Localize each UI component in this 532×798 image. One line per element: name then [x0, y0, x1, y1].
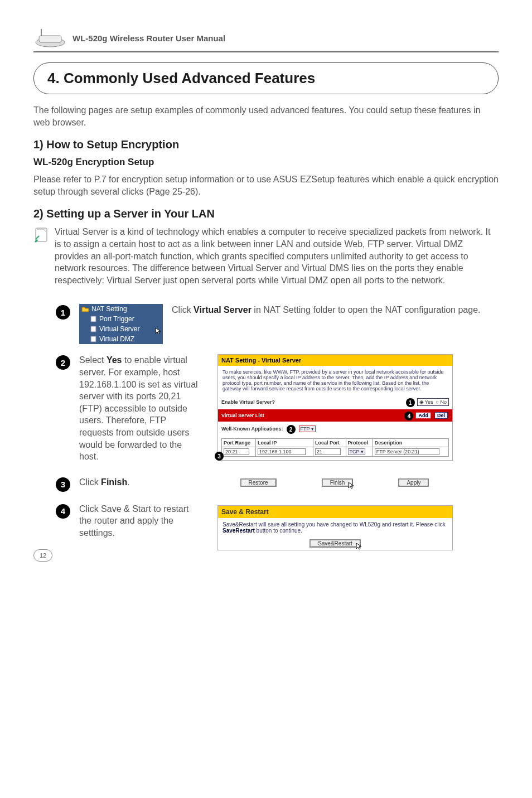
vs-table: Port Range Local IP Local Port Protocol …	[221, 438, 449, 457]
tree-folder-nat[interactable]: NAT Setting	[79, 304, 163, 314]
svg-rect-6	[91, 336, 96, 342]
wk-apps-value: FTP	[301, 426, 310, 432]
tree-item-virtual-dmz[interactable]: Virtual DMZ	[79, 334, 163, 344]
svg-rect-3	[36, 228, 47, 241]
tree-item-label: Port Trigger	[99, 315, 134, 323]
vs-list-title: Virtual Server List	[221, 413, 264, 418]
section-2-heading: 2) Setting up a Server in Your LAN	[33, 207, 499, 220]
note-icon	[33, 227, 49, 243]
section-2-para: Virtual Server is a kind of technology w…	[55, 226, 499, 286]
manual-title: WL-520g Wireless Router User Manual	[72, 33, 225, 43]
enable-vs-radio[interactable]: ◉ Yes ○ No	[417, 398, 449, 406]
protocol-select[interactable]: TCP ▾	[348, 448, 365, 455]
page-icon	[90, 326, 97, 332]
restore-button[interactable]: Restore	[240, 478, 277, 487]
step-2-bold: Yes	[107, 355, 122, 365]
svg-rect-4	[91, 316, 96, 322]
save-restart-button-label: Save&Restart	[318, 540, 352, 546]
finish-button[interactable]: Finish	[322, 478, 354, 487]
col-port-range: Port Range	[222, 439, 256, 447]
step-3-post: .	[127, 477, 129, 487]
protocol-value: TCP	[350, 449, 360, 454]
del-button[interactable]: Del	[434, 412, 448, 419]
callout-2: 2	[287, 425, 296, 434]
tree-item-label: Virtual Server	[99, 325, 139, 333]
virtual-server-panel: NAT Setting - Virtual Server To make ser…	[217, 354, 453, 461]
col-description: Description	[373, 439, 448, 447]
step-1-text: Click Virtual Server in NAT Setting fold…	[172, 304, 481, 316]
page-number: 12	[33, 549, 52, 562]
router-icon	[33, 28, 67, 48]
tree-item-label: Virtual DMZ	[99, 335, 134, 343]
page-header: WL-520g Wireless Router User Manual	[33, 28, 499, 52]
enable-vs-label: Enable Virtual Server?	[221, 399, 275, 405]
step-3-pre: Click	[79, 477, 101, 487]
port-range-input[interactable]: 20:21	[224, 448, 249, 455]
step-1-post: in NAT Setting folder to open the NAT co…	[252, 305, 481, 315]
section-1-para: Please refer to P.7 for encryption setup…	[33, 173, 499, 197]
step-4-text: Click Save & Start to restart the router…	[79, 503, 202, 550]
save-restart-panel: Save & Restart Save&Restart will save al…	[217, 505, 453, 550]
save-restart-msg: Save&Restart will save all setting you h…	[218, 518, 452, 537]
step-3-text: Click Finish.	[79, 476, 202, 492]
table-row: 20:21 192.168.1.100 21 TCP ▾ FTP Server …	[222, 447, 449, 457]
finish-button-label: Finish	[330, 480, 345, 486]
step-1-pre: Click	[172, 305, 194, 315]
step-badge-1: 1	[56, 305, 70, 320]
vs-panel-desc: To make services, like WWW, FTP, provide…	[218, 366, 452, 395]
svg-rect-5	[91, 326, 96, 332]
step-badge-4: 4	[56, 504, 70, 519]
svg-rect-1	[39, 36, 61, 42]
wk-apps-label: Well-Known Applications:	[221, 426, 283, 432]
step-2-text: Select Yes to enable virtual server. For…	[79, 354, 202, 462]
page-icon	[90, 316, 97, 322]
callout-3: 3	[215, 452, 224, 461]
vs-panel-title: NAT Setting - Virtual Server	[218, 355, 452, 366]
page-icon	[90, 336, 97, 342]
chapter-intro: The following pages are setup examples o…	[33, 104, 499, 128]
wk-apps-select[interactable]: FTP ▾	[299, 425, 316, 432]
save-restart-title: Save & Restart	[218, 506, 452, 518]
action-button-row: Restore Finish Apply	[217, 478, 452, 487]
step-2-pre: Select	[79, 355, 107, 365]
local-port-input[interactable]: 21	[315, 448, 341, 455]
step-1-bold: Virtual Server	[194, 305, 252, 315]
section-1-subheading: WL-520g Encryption Setup	[33, 157, 499, 168]
col-local-ip: Local IP	[255, 439, 313, 447]
tree-item-virtual-server[interactable]: Virtual Server	[79, 324, 163, 334]
cursor-icon	[356, 543, 362, 550]
description-input[interactable]: FTP Server (20:21)	[375, 448, 439, 455]
apply-button[interactable]: Apply	[398, 478, 429, 487]
cursor-icon	[348, 482, 355, 490]
col-local-port: Local Port	[313, 439, 346, 447]
chapter-title: 4. Commonly Used Advanced Features	[47, 70, 315, 86]
nav-tree: NAT Setting Port Trigger Virtual Server …	[79, 304, 163, 344]
callout-1: 1	[406, 398, 415, 407]
callout-4: 4	[404, 412, 413, 420]
radio-yes-label: Yes	[425, 399, 433, 405]
step-badge-3: 3	[56, 477, 70, 492]
col-protocol: Protocol	[346, 439, 373, 447]
step-2-post: to enable virtual server. For example, h…	[79, 355, 198, 461]
save-msg-bold: SaveRestart	[223, 528, 255, 534]
step-3-bold: Finish	[101, 477, 127, 487]
tree-item-port-trigger[interactable]: Port Trigger	[79, 314, 163, 324]
radio-no-label: No	[440, 399, 447, 405]
section-1-heading: 1) How to Setup Encryption	[33, 138, 499, 151]
folder-icon	[81, 306, 89, 312]
step-badge-2: 2	[56, 355, 70, 370]
save-msg-pre: Save&Restart will save all setting you h…	[223, 521, 446, 528]
local-ip-input[interactable]: 192.168.1.100	[258, 448, 306, 455]
add-button[interactable]: Add	[415, 412, 431, 419]
save-msg-post: button to continue.	[255, 528, 302, 534]
tree-folder-label: NAT Setting	[91, 305, 127, 313]
chapter-heading-box: 4. Commonly Used Advanced Features	[33, 62, 499, 94]
save-restart-button[interactable]: Save&Restart	[309, 539, 361, 548]
